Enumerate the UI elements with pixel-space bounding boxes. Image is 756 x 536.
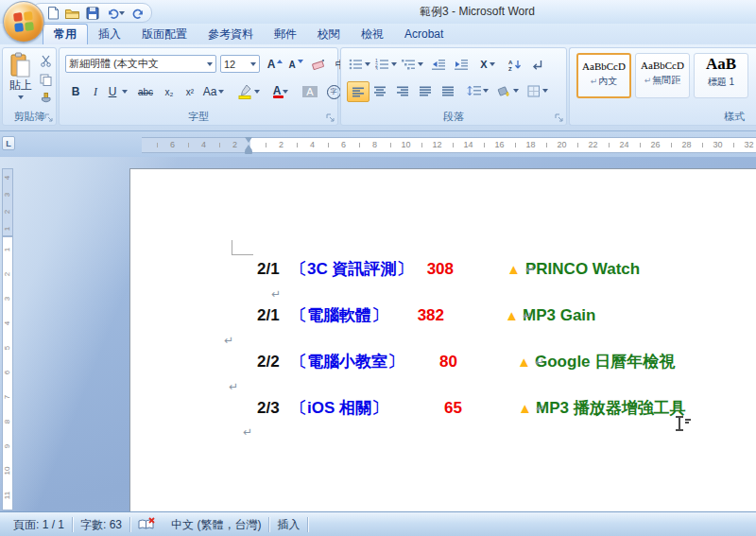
tab-stop-selector[interactable]: L <box>2 136 15 150</box>
tab-insert[interactable]: 插入 <box>88 25 131 44</box>
ruler-number: 16 <box>484 138 515 152</box>
copy-button[interactable] <box>37 71 54 88</box>
numbering-button[interactable]: 123 <box>373 55 398 74</box>
multilevel-list-button[interactable] <box>400 55 424 74</box>
tab-review[interactable]: 校閱 <box>307 25 351 44</box>
document-line[interactable]: 2/3 〔iOS 相關〕 65 ▲ MP3 播放器增強工具↵ <box>0 398 756 421</box>
redo-button[interactable] <box>131 5 146 21</box>
change-case-button[interactable]: Aa <box>201 82 226 101</box>
line-spacing-button[interactable] <box>464 81 490 100</box>
dialog-launcher-icon[interactable] <box>555 113 564 123</box>
undo-dropdown-icon[interactable] <box>119 11 125 15</box>
ruler-number: 6 <box>157 138 188 152</box>
triangle-bullet-icon: ▲ <box>505 305 519 326</box>
italic-button[interactable]: I <box>88 82 103 101</box>
ribbon-group-styles: AaBbCcD ↵內文 AaBbCcD ↵無間距 AaB 標題 1 樣式 <box>569 47 756 126</box>
underline-dropdown[interactable] <box>120 82 129 101</box>
strikethrough-button[interactable]: abc <box>133 82 158 101</box>
paragraph-mark: ↵ <box>523 305 532 326</box>
superscript-button[interactable]: x² <box>180 82 199 101</box>
chevron-down-icon[interactable] <box>250 62 256 66</box>
save-button[interactable] <box>86 5 100 21</box>
bullets-button[interactable] <box>347 55 371 74</box>
align-right-button[interactable] <box>392 81 413 100</box>
ruler-number: 8 <box>359 138 390 152</box>
document-line[interactable]: 2/2 〔電腦小教室〕 80 ▲ Google 日曆年檢視↵ <box>0 352 756 374</box>
dialog-launcher-icon[interactable] <box>44 113 54 123</box>
underline-button[interactable]: U <box>105 82 120 101</box>
enclose-circle-icon: 字 <box>327 85 341 99</box>
undo-button[interactable] <box>106 5 126 21</box>
style-normal[interactable]: AaBbCcD ↵內文 <box>576 53 631 98</box>
show-formatting-marks-button[interactable] <box>526 55 547 74</box>
open-button[interactable] <box>65 5 79 21</box>
ruler-number: 3 <box>0 190 16 199</box>
tab-acrobat[interactable]: Acrobat <box>394 25 454 44</box>
word-count-indicator[interactable]: 字數: 63 <box>73 516 129 533</box>
style-heading1[interactable]: AaB 標題 1 <box>694 53 748 98</box>
ruler-number: 32 <box>733 138 756 152</box>
open-folder-icon <box>65 8 79 19</box>
insert-mode-indicator[interactable]: 插入 <box>269 516 307 533</box>
highlight-button[interactable] <box>235 82 262 101</box>
font-size-combo[interactable]: 12 <box>220 55 260 73</box>
language-indicator[interactable]: 中文 (繁體，台灣) <box>163 516 268 533</box>
format-painter-button[interactable] <box>37 90 54 107</box>
align-center-button[interactable] <box>369 81 390 100</box>
first-line-indent-marker[interactable] <box>245 137 252 143</box>
document-line[interactable]: 2/1 〔3C 資訊評測〕 308 ▲ PRINCO Watch↵ <box>0 259 756 282</box>
ruler-number: 1 <box>0 245 20 254</box>
paste-button[interactable]: 貼上 <box>6 52 36 112</box>
word-window: 範例3 - Microsoft Word 常用 插入 版面配置 參考資料 郵件 … <box>0 0 756 536</box>
tab-mailings[interactable]: 郵件 <box>264 25 307 44</box>
subscript-button[interactable]: x₂ <box>160 82 179 101</box>
document-area: 4321 1234567891011 2/1 〔3C 資訊評測〕 308 ▲ P… <box>0 157 756 511</box>
paste-label: 貼上 <box>9 78 32 94</box>
distribute-button[interactable] <box>438 81 458 100</box>
ruler-bar: L 642 2468101214161820222426283032 <box>0 131 756 157</box>
chevron-down-icon[interactable] <box>207 62 213 66</box>
new-document-button[interactable] <box>45 5 60 21</box>
chevron-down-icon <box>418 62 423 66</box>
page-indicator[interactable]: 頁面: 1 / 1 <box>6 516 72 533</box>
font-name-combo[interactable]: 新細明體 (本文中文 <box>65 55 216 73</box>
entry-count: 382 <box>383 305 444 326</box>
ruler-number: 2 <box>266 138 297 152</box>
left-indent-marker[interactable] <box>245 150 252 154</box>
document-line[interactable]: 2/1 〔電腦軟體〕 382 ▲ MP3 Gain↵ <box>0 305 756 328</box>
borders-button[interactable] <box>524 81 551 100</box>
grow-font-button[interactable]: A <box>266 55 284 74</box>
ruler-margin-section[interactable]: 642 <box>142 137 250 153</box>
style-no-spacing[interactable]: AaBbCcD ↵無間距 <box>635 53 690 98</box>
entry-count: 65 <box>405 398 462 419</box>
proofing-status-button[interactable] <box>130 516 163 533</box>
horizontal-ruler[interactable]: 2468101214161820222426283032 <box>250 137 756 153</box>
align-left-button[interactable] <box>347 81 369 102</box>
entry-item: Google 日曆年檢視 <box>535 352 675 372</box>
shrink-font-button[interactable]: A <box>286 55 305 74</box>
ruler-number: 18 <box>515 138 546 152</box>
clear-formatting-button[interactable] <box>308 55 329 74</box>
eraser-icon <box>311 58 326 71</box>
office-button[interactable] <box>3 1 44 43</box>
asian-layout-button[interactable]: X <box>475 55 500 74</box>
justify-button[interactable] <box>415 81 436 100</box>
sort-button[interactable]: AZ <box>504 55 524 74</box>
tab-references[interactable]: 參考資料 <box>198 25 264 44</box>
paste-dropdown-icon[interactable] <box>18 95 24 99</box>
shading-button[interactable] <box>494 81 521 100</box>
text-boundary-corner-mark <box>232 240 253 255</box>
bold-button[interactable]: B <box>67 82 84 101</box>
quick-access-toolbar <box>31 3 152 23</box>
dialog-launcher-icon[interactable] <box>326 113 335 123</box>
cut-button[interactable] <box>37 52 54 69</box>
tab-home[interactable]: 常用 <box>43 24 88 44</box>
font-color-button[interactable]: A <box>267 82 294 101</box>
tab-view[interactable]: 檢視 <box>351 25 394 44</box>
decrease-indent-button[interactable] <box>428 55 449 74</box>
increase-indent-button[interactable] <box>451 55 472 74</box>
tab-page-layout[interactable]: 版面配置 <box>131 25 198 44</box>
character-shading-button[interactable]: A <box>300 82 320 101</box>
vertical-ruler-margin[interactable]: 4321 <box>2 168 13 236</box>
align-center-icon <box>374 86 387 96</box>
